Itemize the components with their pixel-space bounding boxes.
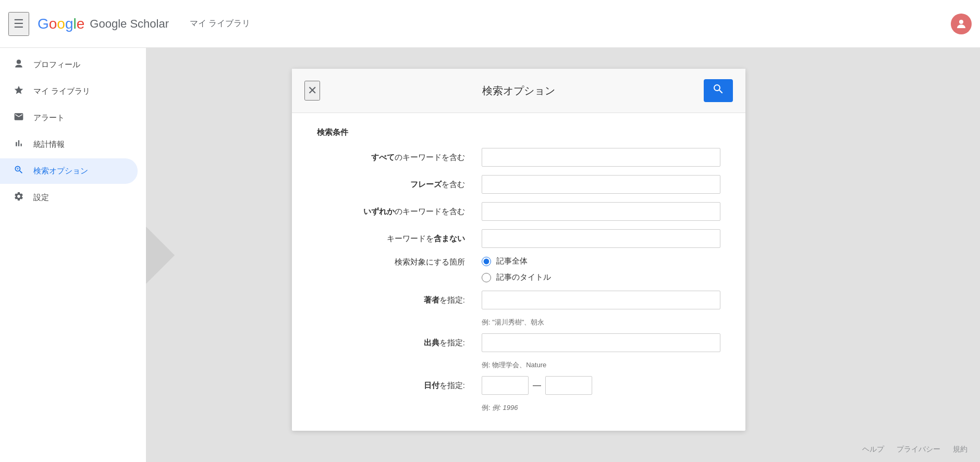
profile-icon [13,58,25,71]
source-label: 出典を指定: [317,338,473,348]
search-location-options: 記事全体 記事のタイトル [482,256,551,282]
dialog-search-button[interactable] [704,79,733,102]
avatar[interactable] [951,14,972,34]
library-icon [13,85,25,98]
date-separator: — [533,381,541,390]
search-location-row: 検索対象にする箇所 記事全体 記事のタイトル [317,256,720,282]
radio-entire-article-input[interactable] [482,257,491,266]
sidebar: プロフィール マイ ライブラリ アラート 統計情報 [0,48,146,462]
author-section: 著者を指定: 例: "湯川秀樹"、朝永 [317,291,720,327]
author-hint: 例: "湯川秀樹"、朝永 [317,318,720,327]
author-label: 著者を指定: [317,295,473,305]
menu-button[interactable]: ☰ [8,12,29,36]
section-label: 検索条件 [317,128,720,138]
phrase-label: フレーズを含む [317,180,473,190]
date-hint: 例: 例: 1996 [317,403,720,413]
exclude-keywords-label: キーワードを含まない [317,234,473,244]
author-row: 著者を指定: [317,291,720,309]
dialog-close-button[interactable]: ✕ [304,81,320,101]
logo-google: Google [38,16,84,32]
any-keywords-label: いずれかのキーワードを含む [317,207,473,217]
alerts-icon [13,111,25,124]
phrase-input[interactable] [482,175,720,194]
all-keywords-input[interactable] [482,148,720,167]
sidebar-item-label-profile: プロフィール [33,60,80,70]
sidebar-item-label-settings: 設定 [33,193,49,203]
dialog-header: ✕ 検索オプション [292,69,745,113]
sidebar-item-settings[interactable]: 設定 [0,185,138,210]
phrase-row: フレーズを含む [317,175,720,194]
any-keywords-input[interactable] [482,202,720,221]
date-label: 日付を指定: [317,381,473,391]
content-area: ✕ 検索オプション 検索条件 すべてのキーワードを含む フレー [146,48,980,462]
search-location-label: 検索対象にする箇所 [317,256,473,267]
sidebar-item-stats[interactable]: 統計情報 [0,132,138,157]
source-section: 出典を指定: 例: 物理学会、Nature [317,333,720,370]
all-keywords-row: すべてのキーワードを含む [317,148,720,167]
date-to-input[interactable] [545,376,592,395]
sidebar-item-search-options[interactable]: 検索オプション [0,158,138,184]
radio-entire-article-label: 記事全体 [496,256,528,266]
header: ☰ Google Google Scholar マイ ライブラリ [0,0,980,48]
author-input[interactable] [482,291,720,309]
logo-scholar: Google Scholar [90,17,169,31]
sidebar-item-profile[interactable]: プロフィール [0,52,138,78]
sidebar-item-label-stats: 統計情報 [33,140,65,149]
exclude-keywords-row: キーワードを含まない [317,229,720,248]
sidebar-item-label-alerts: アラート [33,113,65,123]
svg-point-0 [959,20,963,24]
dialog-body: 検索条件 すべてのキーワードを含む フレーズを含む いずれかのキーワードを含む [292,113,745,431]
date-section: 日付を指定: — 例: 例: 1996 [317,376,720,413]
search-options-dialog: ✕ 検索オプション 検索条件 すべてのキーワードを含む フレー [292,69,745,431]
settings-icon [13,191,25,204]
radio-article-title-input[interactable] [482,273,491,282]
sidebar-item-label-search-options: 検索オプション [33,166,88,176]
source-row: 出典を指定: [317,333,720,352]
sidebar-item-alerts[interactable]: アラート [0,105,138,131]
date-from-input[interactable] [482,376,529,395]
radio-entire-article[interactable]: 記事全体 [482,256,551,266]
source-hint: 例: 物理学会、Nature [317,360,720,370]
source-input[interactable] [482,333,720,352]
any-keywords-row: いずれかのキーワードを含む [317,202,720,221]
radio-article-title-label: 記事のタイトル [496,272,551,282]
sidebar-arrow [146,227,175,284]
sidebar-item-library[interactable]: マイ ライブラリ [0,79,138,104]
logo: Google Google Scholar [38,16,169,32]
radio-article-title[interactable]: 記事のタイトル [482,272,551,282]
search-options-icon [13,165,25,178]
stats-icon [13,138,25,151]
search-icon [712,83,725,98]
sidebar-item-label-library: マイ ライブラリ [33,86,90,96]
header-my-library-link[interactable]: マイ ライブラリ [190,18,250,29]
main-layout: プロフィール マイ ライブラリ アラート 統計情報 [0,48,980,462]
all-keywords-label: すべてのキーワードを含む [317,153,473,163]
dialog-title: 検索オプション [482,84,555,98]
date-row: 日付を指定: — [317,376,720,395]
exclude-keywords-input[interactable] [482,229,720,248]
date-inputs: — [482,376,592,395]
